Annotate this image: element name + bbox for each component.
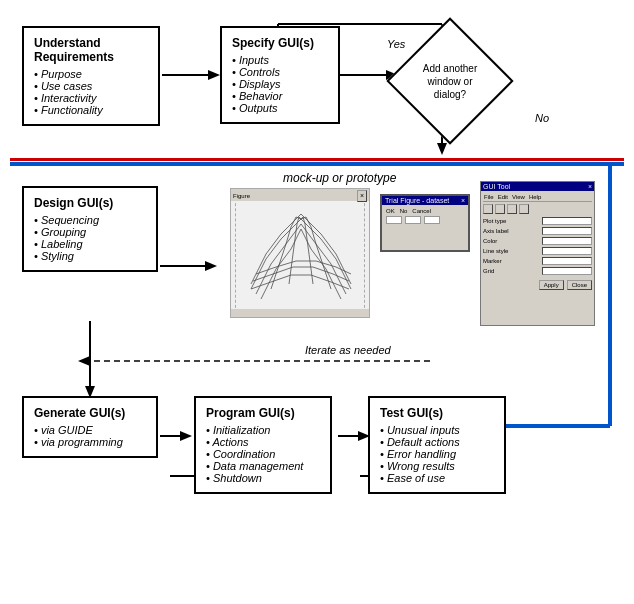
gui-toolbar xyxy=(483,204,592,214)
bottom-row: Generate GUI(s) via GUIDE via programmin… xyxy=(22,396,506,494)
box1-item-4: Functionality xyxy=(34,104,148,116)
svg-text:Figure: Figure xyxy=(233,193,251,199)
svg-text:No: No xyxy=(535,112,549,124)
design-gui-box: Design GUI(s) Sequencing Grouping Labeli… xyxy=(22,186,158,272)
generate-title: Generate GUI(s) xyxy=(34,406,146,420)
program-title: Program GUI(s) xyxy=(206,406,320,420)
dialog-title-bar: Trial Figure - dataset × xyxy=(382,196,468,205)
generate-list: via GUIDE via programming xyxy=(34,424,146,448)
program-list: Initialization Actions Coordination Data… xyxy=(206,424,320,484)
program-item-3: Coordination xyxy=(206,448,320,460)
red-line xyxy=(10,158,624,161)
svg-marker-11 xyxy=(437,143,447,155)
svg-marker-16 xyxy=(205,261,217,271)
test-item-4: Wrong results xyxy=(380,460,494,472)
program-item-4: Data management xyxy=(206,460,320,472)
blue-line xyxy=(10,162,624,166)
svg-text:Iterate as needed: Iterate as needed xyxy=(305,344,392,356)
mockup-plot-area: Figure × xyxy=(230,188,370,318)
dialog-close[interactable]: × xyxy=(461,197,465,204)
program-item-1: Initialization xyxy=(206,424,320,436)
test-list: Unusual inputs Default actions Error han… xyxy=(380,424,494,484)
box1-item-1: Purpose xyxy=(34,68,148,80)
test-gui-box: Test GUI(s) Unusual inputs Default actio… xyxy=(368,396,506,494)
gui-fields: Plot type Axis label Color Line style xyxy=(483,217,592,290)
box2-list: Inputs Controls Displays Behavior Output… xyxy=(232,54,328,114)
design-title: Design GUI(s) xyxy=(34,196,146,210)
plot-svg: Figure xyxy=(231,189,370,318)
generate-item-1: via GUIDE xyxy=(34,424,146,436)
generate-gui-box: Generate GUI(s) via GUIDE via programmin… xyxy=(22,396,158,458)
box2-item-5: Outputs xyxy=(232,102,328,114)
understand-requirements-box: Understand Requirements Purpose Use case… xyxy=(22,26,160,126)
svg-rect-26 xyxy=(231,189,370,201)
gui-menubar: FileEditViewHelp xyxy=(483,193,592,202)
box2-item-3: Displays xyxy=(232,78,328,90)
specify-gui-box: Specify GUI(s) Inputs Controls Displays … xyxy=(220,26,340,124)
program-item-2: Actions xyxy=(206,436,320,448)
svg-marker-18 xyxy=(78,356,90,366)
divider xyxy=(10,158,624,166)
box2-item-2: Controls xyxy=(232,66,328,78)
box1-item-3: Interactivity xyxy=(34,92,148,104)
box1-item-2: Use cases xyxy=(34,80,148,92)
mockup-gui-area: GUI Tool× FileEditViewHelp Plot type xyxy=(480,181,595,326)
box1-list: Purpose Use cases Interactivity Function… xyxy=(34,68,148,116)
design-item-4: Styling xyxy=(34,250,146,262)
program-item-5: Shutdown xyxy=(206,472,320,484)
test-item-1: Unusual inputs xyxy=(380,424,494,436)
dialog-content: OK No Cancel xyxy=(382,205,468,227)
box2-item-1: Inputs xyxy=(232,54,328,66)
plot-close-btn[interactable]: × xyxy=(357,190,367,202)
diagram-container: Yes No Understand Requirements Purpose U… xyxy=(0,0,634,604)
program-gui-box: Program GUI(s) Initialization Actions Co… xyxy=(194,396,332,494)
generate-item-2: via programming xyxy=(34,436,146,448)
test-item-3: Error handling xyxy=(380,448,494,460)
design-item-2: Grouping xyxy=(34,226,146,238)
svg-rect-28 xyxy=(231,309,370,318)
test-title: Test GUI(s) xyxy=(380,406,494,420)
svg-marker-1 xyxy=(208,70,220,80)
design-list: Sequencing Grouping Labeling Styling xyxy=(34,214,146,262)
gui-titlebar: GUI Tool× xyxy=(481,182,594,191)
design-item-1: Sequencing xyxy=(34,214,146,226)
box2-title: Specify GUI(s) xyxy=(232,36,328,50)
box1-title: Understand Requirements xyxy=(34,36,148,64)
test-item-5: Ease of use xyxy=(380,472,494,484)
test-item-2: Default actions xyxy=(380,436,494,448)
mockup-label: mock-up or prototype xyxy=(283,171,396,185)
box2-item-4: Behavior xyxy=(232,90,328,102)
mockup-dialog-area: Trial Figure - dataset × OK No Cancel xyxy=(380,194,470,252)
design-item-3: Labeling xyxy=(34,238,146,250)
diamond-shape: Add another window or dialog? xyxy=(396,26,504,136)
diamond-text: Add another window or dialog? xyxy=(414,62,486,101)
